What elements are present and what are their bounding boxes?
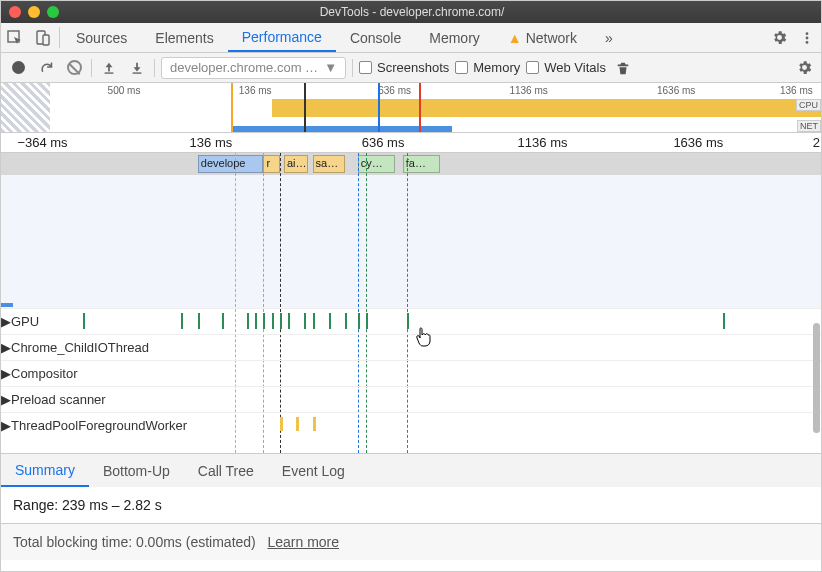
minimize-window-button[interactable]: [28, 6, 40, 18]
tab-label: Memory: [429, 30, 480, 46]
tab-call-tree[interactable]: Call Tree: [184, 454, 268, 487]
inspect-element-icon[interactable]: [1, 23, 29, 52]
overview-tick: 1636 ms: [657, 85, 695, 96]
tab-label: Performance: [242, 29, 322, 45]
record-button[interactable]: [7, 57, 29, 79]
overview-tick: 136 ms: [239, 85, 272, 96]
ruler-tick: −364 ms: [17, 135, 67, 150]
ruler-tick: 2: [813, 135, 820, 150]
vertical-scrollbar[interactable]: [813, 323, 820, 433]
tab-network[interactable]: ▲Network: [494, 23, 591, 52]
garbage-collect-button[interactable]: [612, 57, 634, 79]
ruler-tick: 136 ms: [190, 135, 233, 150]
overview-marker: [231, 83, 233, 132]
device-toolbar-icon[interactable]: [29, 23, 57, 52]
overview-marker: [419, 83, 421, 132]
window-titlebar: DevTools - developer.chrome.com/: [1, 1, 821, 23]
gpu-activity-tick: [263, 313, 265, 329]
gpu-activity-tick: [272, 313, 274, 329]
tab-sources[interactable]: Sources: [62, 23, 141, 52]
web-vitals-checkbox[interactable]: Web Vitals: [526, 60, 606, 75]
memory-checkbox[interactable]: Memory: [455, 60, 520, 75]
gpu-activity-tick: [247, 313, 249, 329]
load-profile-button[interactable]: [98, 57, 120, 79]
gpu-activity-tick: [313, 313, 315, 329]
summary-pane: Range: 239 ms – 2.82 s: [1, 487, 821, 523]
close-window-button[interactable]: [9, 6, 21, 18]
gpu-activity-tick: [288, 313, 290, 329]
range-text: Range: 239 ms – 2.82 s: [13, 497, 162, 513]
tab-memory[interactable]: Memory: [415, 23, 494, 52]
gpu-activity-tick: [280, 313, 282, 329]
settings-icon[interactable]: [765, 23, 793, 52]
cpu-lane-label: CPU: [796, 99, 821, 111]
svg-rect-6: [105, 72, 114, 73]
overview-tick: 500 ms: [108, 85, 141, 96]
reload-record-button[interactable]: [35, 57, 57, 79]
clear-button[interactable]: [63, 57, 85, 79]
tab-label: Elements: [155, 30, 213, 46]
tab-event-log[interactable]: Event Log: [268, 454, 359, 487]
gpu-activity-tick: [329, 313, 331, 329]
overview-marker: [304, 83, 306, 132]
expand-arrow-icon: ▶: [1, 340, 11, 355]
tab-elements[interactable]: Elements: [141, 23, 227, 52]
checkbox-icon: [526, 61, 539, 74]
checkbox-icon: [455, 61, 468, 74]
tab-label: Event Log: [282, 463, 345, 479]
recording-selector[interactable]: developer.chrome.com … ▼: [161, 57, 346, 79]
tab-label: Network: [526, 30, 577, 46]
performance-toolbar: developer.chrome.com … ▼ Screenshots Mem…: [1, 53, 821, 83]
tab-label: Bottom-Up: [103, 463, 170, 479]
ruler-tick: 636 ms: [362, 135, 405, 150]
overview-tick: 136 ms: [780, 85, 813, 96]
window-title: DevTools - developer.chrome.com/: [59, 5, 765, 19]
ruler-tick: 1136 ms: [518, 135, 568, 150]
screenshots-checkbox[interactable]: Screenshots: [359, 60, 449, 75]
warning-icon: ▲: [508, 30, 522, 46]
tab-console[interactable]: Console: [336, 23, 415, 52]
overview-net-lane: [1, 126, 821, 132]
gpu-activity-tick: [407, 313, 409, 329]
tab-performance[interactable]: Performance: [228, 23, 336, 52]
svg-rect-2: [43, 35, 49, 45]
gpu-activity-tick: [198, 313, 200, 329]
svg-rect-7: [133, 72, 142, 73]
checkbox-label: Memory: [473, 60, 520, 75]
timeline-ruler[interactable]: −364 ms136 ms636 ms1136 ms1636 ms2: [1, 133, 821, 153]
chevron-double-right-icon: »: [605, 30, 613, 46]
tab-label: Summary: [15, 462, 75, 478]
zoom-window-button[interactable]: [47, 6, 59, 18]
track-row[interactable]: ▶Chrome_ChildIOThread: [1, 334, 821, 360]
overview-ruler: 500 ms136 ms636 ms1136 ms1636 ms136 ms: [1, 83, 821, 99]
gpu-activity-tick: [222, 313, 224, 329]
tab-label: Console: [350, 30, 401, 46]
overview-tick: 1136 ms: [509, 85, 547, 96]
tabs-overflow[interactable]: »: [591, 23, 627, 52]
learn-more-link[interactable]: Learn more: [267, 534, 339, 550]
gpu-activity-tick: [358, 313, 360, 329]
net-lane-label: NET: [797, 120, 821, 132]
timeline-overview[interactable]: 500 ms136 ms636 ms1136 ms1636 ms136 ms C…: [1, 83, 821, 133]
capture-settings-icon[interactable]: [793, 57, 815, 79]
expand-arrow-icon: ▶: [1, 366, 11, 381]
footer-bar: Total blocking time: 0.00ms (estimated) …: [1, 523, 821, 560]
gpu-activity-tick: [366, 313, 368, 329]
tab-summary[interactable]: Summary: [1, 454, 89, 487]
kebab-menu-icon[interactable]: [793, 23, 821, 52]
overview-tick: 636 ms: [378, 85, 411, 96]
ruler-tick: 1636 ms: [673, 135, 723, 150]
overview-marker: [378, 83, 380, 132]
gpu-activity-tick: [181, 313, 183, 329]
svg-point-3: [806, 32, 809, 35]
track-row[interactable]: ▶Compositor: [1, 360, 821, 386]
save-profile-button[interactable]: [126, 57, 148, 79]
track-row[interactable]: ▶Preload scanner: [1, 386, 821, 412]
checkbox-label: Screenshots: [377, 60, 449, 75]
recording-label: developer.chrome.com …: [170, 60, 318, 75]
tbt-text: Total blocking time: 0.00ms (estimated): [13, 534, 256, 550]
tab-bottom-up[interactable]: Bottom-Up: [89, 454, 184, 487]
flame-chart-area[interactable]: ▶ Network developerai…sa…cy…fa… ▶GPU▶Chr…: [1, 153, 821, 453]
gpu-activity-tick: [255, 313, 257, 329]
tab-label: Sources: [76, 30, 127, 46]
